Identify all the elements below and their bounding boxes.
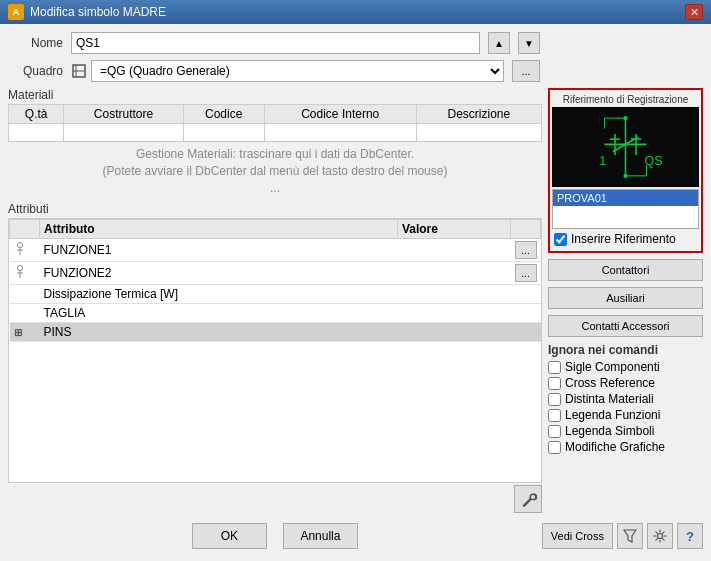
wrench-button[interactable] bbox=[514, 485, 542, 513]
ignora-label-2: Distinta Materiali bbox=[565, 392, 654, 406]
right-panel: Riferimento di Registrazione bbox=[548, 88, 703, 513]
ignora-checkbox-5[interactable] bbox=[548, 441, 561, 454]
nome-up-button[interactable]: ▲ bbox=[488, 32, 510, 54]
close-button[interactable]: ✕ bbox=[685, 4, 703, 20]
materiali-section: Materiali Q.tà Costruttore Codice Codice… bbox=[8, 88, 542, 196]
ignora-item-0: Sigle Componenti bbox=[548, 360, 703, 374]
ignora-label-3: Legenda Funzioni bbox=[565, 408, 660, 422]
row-icon-2 bbox=[10, 262, 40, 285]
attributi-section: Attributi Attributo Valore bbox=[8, 202, 542, 513]
attr-col-valore: Valore bbox=[397, 220, 510, 239]
quadro-icon bbox=[71, 63, 87, 79]
attr-name-1: FUNZIONE1 bbox=[40, 239, 398, 262]
ignora-checkbox-0[interactable] bbox=[548, 361, 561, 374]
svg-point-6 bbox=[17, 266, 22, 271]
app-icon: A bbox=[8, 4, 24, 20]
settings-button[interactable] bbox=[647, 523, 673, 549]
filter-icon bbox=[623, 529, 637, 543]
contattori-button[interactable]: Contattori bbox=[548, 259, 703, 281]
quadro-row: Quadro =QG (Quadro Generale) ... bbox=[8, 60, 703, 82]
pins-label: PINS bbox=[40, 323, 511, 342]
wrench-icon bbox=[519, 490, 537, 508]
nome-input[interactable] bbox=[71, 32, 480, 54]
materiali-hint: Gestione Materiali: trascinare qui i dat… bbox=[8, 146, 542, 196]
ignora-item-5: Modifiche Grafiche bbox=[548, 440, 703, 454]
svg-point-26 bbox=[658, 534, 663, 539]
riferimento-title: Riferimento di Registrazione bbox=[552, 92, 699, 107]
ignora-section: Ignora nei comandi Sigle Componenti Cros… bbox=[548, 343, 703, 456]
materiali-label: Materiali bbox=[8, 88, 542, 102]
dialog-body: Nome ▲ ▼ Quadro =QG (Quadro Generale) ..… bbox=[0, 24, 711, 561]
attr-value-3 bbox=[397, 285, 510, 304]
attributi-table-wrap: Attributo Valore FUNZIONE1 bbox=[8, 218, 542, 483]
title-bar: A Modifica simbolo MADRE ✕ bbox=[0, 0, 711, 24]
quadro-label: Quadro bbox=[8, 64, 63, 78]
attr-dots-btn-1[interactable]: ... bbox=[515, 241, 537, 259]
attr-name-4: TAGLIA bbox=[40, 304, 398, 323]
pins-row: ⊞ PINS bbox=[10, 323, 541, 342]
svg-text:1: 1 bbox=[599, 154, 606, 168]
quadro-dots-button[interactable]: ... bbox=[512, 60, 540, 82]
inserire-riferimento-label[interactable]: Inserire Riferimento bbox=[571, 232, 676, 246]
settings-icon bbox=[653, 529, 667, 543]
col-codice-interno: Codice Interno bbox=[264, 105, 416, 124]
reg-list-item[interactable]: PROVA01 bbox=[553, 190, 698, 206]
cancel-button[interactable]: Annulla bbox=[283, 523, 358, 549]
riferimento-list[interactable]: PROVA01 bbox=[552, 189, 699, 229]
quadro-select[interactable]: =QG (Quadro Generale) bbox=[91, 60, 504, 82]
svg-point-3 bbox=[17, 243, 22, 248]
col-costruttore: Costruttore bbox=[64, 105, 183, 124]
dialog-title: Modifica simbolo MADRE bbox=[30, 5, 166, 19]
riferimento-box: Riferimento di Registrazione bbox=[548, 88, 703, 253]
nome-down-button[interactable]: ▼ bbox=[518, 32, 540, 54]
contatti-button[interactable]: Contatti Accessori bbox=[548, 315, 703, 337]
ignora-label-1: Cross Reference bbox=[565, 376, 655, 390]
ignora-title: Ignora nei comandi bbox=[548, 343, 703, 357]
attr-dots-btn-2[interactable]: ... bbox=[515, 264, 537, 282]
ignora-checkbox-4[interactable] bbox=[548, 425, 561, 438]
ignora-item-3: Legenda Funzioni bbox=[548, 408, 703, 422]
ignora-checkbox-3[interactable] bbox=[548, 409, 561, 422]
svg-text:QS: QS bbox=[644, 154, 662, 168]
ok-button[interactable]: OK bbox=[192, 523, 267, 549]
circuit-svg: QS 1 bbox=[552, 107, 699, 187]
ignora-checkbox-2[interactable] bbox=[548, 393, 561, 406]
row-icon-1 bbox=[10, 239, 40, 262]
table-row: FUNZIONE1 ... bbox=[10, 239, 541, 262]
inserire-riferimento-row: Inserire Riferimento bbox=[552, 229, 699, 249]
table-row: FUNZIONE2 ... bbox=[10, 262, 541, 285]
attr-name-2: FUNZIONE2 bbox=[40, 262, 398, 285]
inserire-riferimento-checkbox[interactable] bbox=[554, 233, 567, 246]
nome-row: Nome ▲ ▼ bbox=[8, 32, 703, 54]
attr-value-1 bbox=[397, 239, 510, 262]
ignora-item-1: Cross Reference bbox=[548, 376, 703, 390]
col-qty: Q.tà bbox=[9, 105, 64, 124]
svg-marker-25 bbox=[624, 530, 636, 542]
attr-name-3: Dissipazione Termica [W] bbox=[40, 285, 398, 304]
table-row: Dissipazione Termica [W] bbox=[10, 285, 541, 304]
ignora-label-0: Sigle Componenti bbox=[565, 360, 660, 374]
vedi-cross-button[interactable]: Vedi Cross bbox=[542, 523, 613, 549]
attr-value-2 bbox=[397, 262, 510, 285]
ignora-item-2: Distinta Materiali bbox=[548, 392, 703, 406]
bottom-bar: OK Annulla Vedi Cross ? bbox=[8, 519, 703, 553]
filter-button[interactable] bbox=[617, 523, 643, 549]
ignora-label-4: Legenda Simboli bbox=[565, 424, 654, 438]
ausiliari-button[interactable]: Ausiliari bbox=[548, 287, 703, 309]
help-button[interactable]: ? bbox=[677, 523, 703, 549]
circuit-preview: QS 1 bbox=[552, 107, 699, 187]
ignora-checkbox-1[interactable] bbox=[548, 377, 561, 390]
materiali-table: Q.tà Costruttore Codice Codice Interno D… bbox=[8, 104, 542, 142]
ignora-label-5: Modifiche Grafiche bbox=[565, 440, 665, 454]
col-codice: Codice bbox=[183, 105, 264, 124]
attr-value-4 bbox=[397, 304, 510, 323]
ignora-item-4: Legenda Simboli bbox=[548, 424, 703, 438]
col-descrizione: Descrizione bbox=[416, 105, 541, 124]
attr-col-attributo: Attributo bbox=[40, 220, 398, 239]
left-panel: Materiali Q.tà Costruttore Codice Codice… bbox=[8, 88, 542, 513]
help-icon: ? bbox=[686, 529, 694, 544]
attributi-table: Attributo Valore FUNZIONE1 bbox=[9, 219, 541, 342]
main-content: Materiali Q.tà Costruttore Codice Codice… bbox=[8, 88, 703, 513]
nome-label: Nome bbox=[8, 36, 63, 50]
pins-expand-icon: ⊞ bbox=[14, 327, 22, 338]
